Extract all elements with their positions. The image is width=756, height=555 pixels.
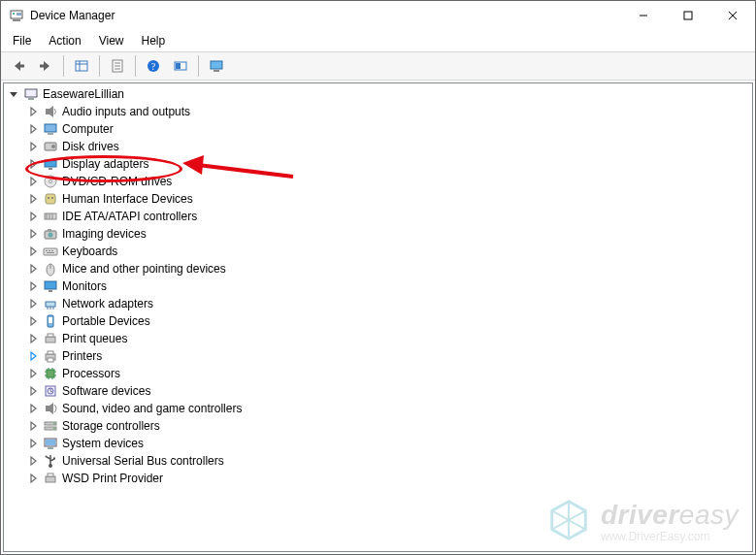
expand-toggle[interactable] — [8, 88, 19, 100]
expand-toggle[interactable] — [27, 298, 39, 310]
tree-item-cpu[interactable]: Processors — [27, 365, 752, 382]
expand-toggle[interactable] — [27, 193, 39, 205]
toolbar-help-button[interactable]: ? — [141, 53, 166, 79]
expand-toggle[interactable] — [27, 280, 39, 292]
expand-toggle[interactable] — [27, 106, 39, 117]
tree-item-label: Software devices — [62, 382, 150, 400]
tree-item-computer[interactable]: Computer — [27, 120, 752, 138]
tree-item-label: Keyboards — [62, 243, 117, 260]
toolbar-show-hide-button[interactable] — [69, 53, 94, 79]
device-tree-panel[interactable]: EasewareLillian Audio inputs and outputs… — [3, 82, 753, 552]
expand-toggle[interactable] — [27, 455, 39, 467]
titlebar: Device Manager — [1, 1, 755, 30]
expand-toggle[interactable] — [27, 263, 39, 275]
maximize-button[interactable] — [666, 1, 710, 30]
tree-item-imaging[interactable]: Imaging devices — [27, 225, 752, 243]
expand-toggle[interactable] — [27, 473, 39, 484]
toolbar-forward-button[interactable] — [33, 53, 58, 79]
close-button[interactable] — [710, 1, 755, 30]
printer-icon — [43, 348, 58, 364]
expand-toggle[interactable] — [27, 438, 39, 449]
tree-item-printq[interactable]: Print queues — [27, 330, 752, 347]
tree-item-sound[interactable]: Sound, video and game controllers — [27, 400, 752, 417]
svg-rect-45 — [46, 250, 48, 251]
tree-item-audio[interactable]: Audio inputs and outputs — [27, 103, 752, 120]
svg-point-78 — [53, 423, 55, 425]
display-icon — [43, 156, 58, 172]
tree-item-display[interactable]: Display adapters — [27, 155, 752, 173]
svg-point-33 — [49, 180, 52, 183]
watermark-cube-icon — [546, 498, 591, 545]
menu-file[interactable]: File — [5, 32, 39, 49]
svg-rect-89 — [46, 476, 55, 482]
expand-toggle[interactable] — [27, 176, 39, 187]
svg-rect-10 — [76, 61, 87, 71]
tree-item-disk[interactable]: Disk drives — [27, 138, 752, 155]
tree-item-label: System devices — [62, 435, 144, 452]
tree-item-label: Printers — [62, 347, 102, 365]
svg-rect-9 — [40, 65, 45, 68]
svg-rect-23 — [25, 89, 37, 97]
toolbar-monitor-button[interactable] — [204, 53, 229, 79]
svg-rect-26 — [45, 124, 56, 132]
expand-toggle[interactable] — [27, 315, 39, 327]
toolbar-scan-button[interactable] — [168, 53, 193, 79]
svg-rect-8 — [19, 65, 24, 68]
expand-toggle[interactable] — [27, 141, 39, 152]
tree-item-wsd[interactable]: WSD Print Provider — [27, 470, 752, 487]
tree-item-mouse[interactable]: Mice and other pointing devices — [27, 260, 752, 278]
watermark-url: www.DriverEasy.com — [601, 529, 739, 542]
computer-icon — [43, 121, 58, 137]
storage-icon — [43, 418, 58, 434]
tree-item-monitor[interactable]: Monitors — [27, 278, 752, 295]
expand-toggle[interactable] — [27, 403, 39, 414]
computer-icon — [23, 86, 39, 102]
watermark: drivereasy www.DriverEasy.com — [546, 498, 739, 545]
tree-root[interactable]: EasewareLillian — [8, 85, 752, 103]
svg-rect-24 — [28, 98, 34, 100]
system-icon — [43, 436, 58, 451]
tree-item-keyboard[interactable]: Keyboards — [27, 243, 752, 260]
expand-toggle[interactable] — [27, 245, 39, 257]
svg-point-86 — [46, 456, 48, 458]
tree-item-printer[interactable]: Printers — [27, 347, 752, 365]
tree-item-label: Audio inputs and outputs — [62, 103, 190, 120]
tree-item-software[interactable]: Software devices — [27, 382, 752, 400]
expand-toggle[interactable] — [27, 211, 39, 222]
svg-point-42 — [49, 233, 53, 238]
expand-toggle[interactable] — [27, 420, 39, 432]
svg-point-2 — [13, 13, 15, 15]
tree-item-usb[interactable]: Universal Serial Bus controllers — [27, 452, 752, 470]
svg-rect-60 — [48, 334, 53, 337]
expand-toggle[interactable] — [27, 368, 39, 379]
toolbar-properties-button[interactable] — [105, 53, 130, 79]
tree-item-dvd[interactable]: DVD/CD-ROM drives — [27, 173, 752, 190]
tree-item-ide[interactable]: IDE ATA/ATAPI controllers — [27, 208, 752, 225]
expand-toggle[interactable] — [27, 350, 39, 362]
tree-item-label: Network adapters — [62, 295, 153, 312]
menu-action[interactable]: Action — [41, 32, 88, 49]
expand-toggle[interactable] — [27, 333, 39, 344]
svg-rect-22 — [214, 70, 219, 72]
expand-toggle[interactable] — [27, 158, 39, 170]
tree-item-portable[interactable]: Portable Devices — [27, 312, 752, 330]
expand-toggle[interactable] — [27, 228, 39, 240]
toolbar-back-button[interactable] — [6, 53, 31, 79]
tree-item-storage[interactable]: Storage controllers — [27, 417, 752, 435]
sound-icon — [43, 401, 58, 416]
tree-item-network[interactable]: Network adapters — [27, 295, 752, 312]
tree-item-system[interactable]: System devices — [27, 435, 752, 452]
svg-rect-5 — [684, 12, 692, 19]
menu-view[interactable]: View — [91, 32, 132, 49]
svg-rect-59 — [46, 337, 55, 343]
tree-item-hid[interactable]: Human Interface Devices — [27, 190, 752, 208]
toolbar-separator — [135, 55, 136, 77]
menu-help[interactable]: Help — [134, 32, 174, 49]
minimize-button[interactable] — [621, 1, 666, 30]
expand-toggle[interactable] — [27, 123, 39, 135]
svg-rect-3 — [16, 13, 21, 16]
expand-toggle[interactable] — [27, 385, 39, 397]
svg-rect-27 — [48, 133, 53, 135]
svg-rect-51 — [45, 281, 56, 289]
tree-item-label: Imaging devices — [62, 225, 147, 243]
